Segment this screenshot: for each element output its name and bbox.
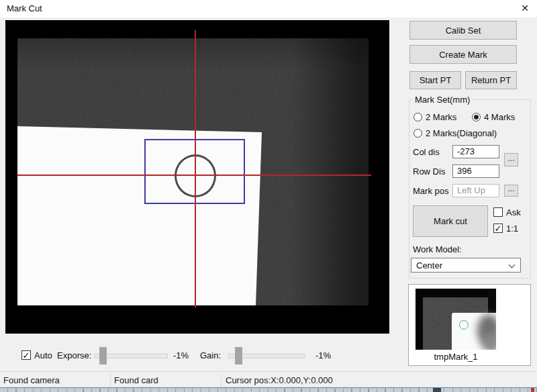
row-dis-input[interactable]: 396 <box>452 164 499 178</box>
thumb-black-border-right <box>488 289 496 315</box>
status-cursor-pos: Cursor pos:X:0.000,Y:0.000 <box>226 375 333 385</box>
taskbar-red-mark <box>531 388 534 392</box>
mark-thumbnail-panel[interactable]: tmpMark_1 <box>408 284 531 366</box>
gain-slider-handle[interactable] <box>235 347 242 364</box>
taskbar-sliver <box>0 387 537 392</box>
mark-cut-dialog: Mark Cut ✕ Calib Set Create Mark <box>0 0 537 392</box>
gain-label: Gain: <box>200 350 221 360</box>
mark-pos-more-button[interactable]: ... <box>504 185 518 197</box>
radio-2-marks-diagonal[interactable] <box>413 129 422 138</box>
title-bar: Mark Cut ✕ <box>0 0 537 17</box>
thumbnail-caption: tmpMark_1 <box>416 352 496 362</box>
auto-checkbox-label[interactable]: Auto <box>34 350 52 360</box>
ask-checkbox[interactable] <box>493 207 503 217</box>
radio-4-marks-label[interactable]: 4 Marks <box>484 112 515 122</box>
window-title: Mark Cut <box>7 3 42 13</box>
exposure-label: Exporse: <box>57 350 91 360</box>
status-bar: Found camera Found card Cursor pos:X:0.0… <box>0 371 537 387</box>
create-mark-button[interactable]: Create Mark <box>409 45 517 64</box>
taskbar-ticks <box>0 389 537 392</box>
status-separator <box>221 373 222 387</box>
ratio-1-1-checkbox[interactable]: ✓ <box>493 224 503 233</box>
return-pt-button[interactable]: Return PT <box>465 71 517 89</box>
work-model-dropdown[interactable]: Center <box>411 258 521 273</box>
close-icon[interactable]: ✕ <box>521 3 529 13</box>
col-dis-input[interactable]: -273 <box>452 145 499 158</box>
radio-2-marks-label[interactable]: 2 Marks <box>426 112 456 122</box>
work-model-label: Work Model: <box>413 244 462 254</box>
col-dis-label: Col dis <box>413 147 440 157</box>
exposure-value: -1% <box>173 350 189 360</box>
camera-view[interactable] <box>5 20 389 334</box>
mark-pos-label: Mark pos <box>413 186 448 196</box>
crosshair-horizontal-line <box>17 175 371 176</box>
mark-cut-button[interactable]: Mark cut <box>413 205 488 237</box>
radio-selected-dot <box>474 115 479 119</box>
thumb-mark-circle <box>459 320 469 330</box>
radio-4-marks[interactable] <box>472 113 481 121</box>
status-camera: Found camera <box>3 375 60 385</box>
work-model-selected-value: Center <box>416 260 442 271</box>
calib-set-button[interactable]: Calib Set <box>409 21 517 40</box>
mark-set-group-title: Mark Set(mm) <box>413 95 472 105</box>
mark-pos-input: Left Up <box>452 184 499 197</box>
thumb-black-border-left <box>416 289 423 350</box>
start-pt-button[interactable]: Start PT <box>409 71 461 89</box>
auto-checkbox[interactable]: ✓ <box>21 350 31 360</box>
mark-thumbnail-image <box>416 289 496 350</box>
crosshair-vertical-line <box>195 30 196 307</box>
distance-more-button[interactable]: ... <box>504 153 518 166</box>
ask-checkbox-label[interactable]: Ask <box>506 207 521 217</box>
ratio-1-1-checkbox-label[interactable]: 1:1 <box>506 224 518 234</box>
radio-2-marks[interactable] <box>413 113 422 121</box>
status-card: Found card <box>114 375 158 385</box>
exposure-slider-handle[interactable] <box>99 347 107 364</box>
thumb-black-border-top <box>416 289 496 297</box>
radio-2-marks-diagonal-label[interactable]: 2 Marks(Diagonal) <box>426 128 497 138</box>
taskbar-dark-mark <box>433 388 441 392</box>
thumb-shadow-blob-2 <box>483 333 496 350</box>
chevron-down-icon <box>509 262 516 268</box>
row-dis-label: Row Dis <box>413 166 445 177</box>
gain-value: -1% <box>315 350 331 360</box>
status-separator <box>110 373 111 387</box>
